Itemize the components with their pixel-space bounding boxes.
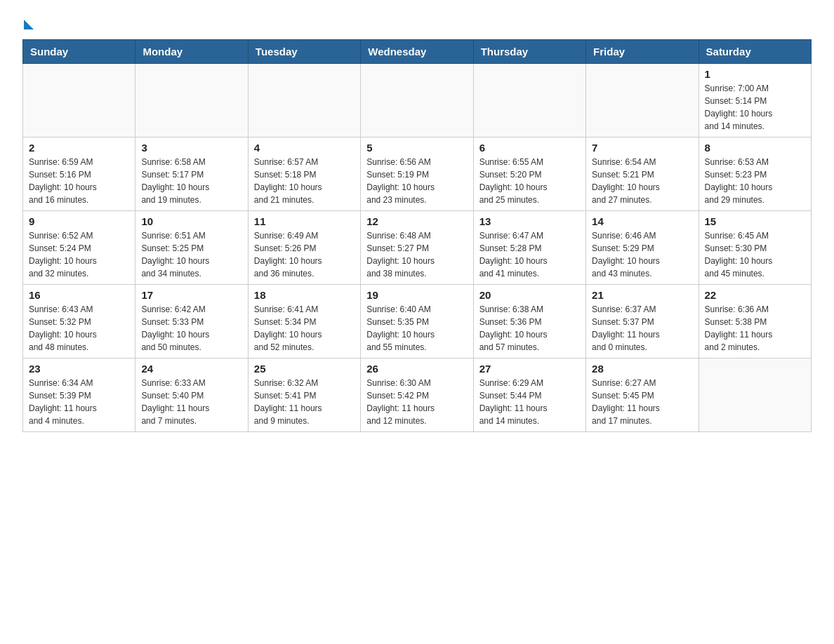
calendar-cell: 14Sunrise: 6:46 AMSunset: 5:29 PMDayligh… <box>586 211 699 285</box>
calendar-cell: 4Sunrise: 6:57 AMSunset: 5:18 PMDaylight… <box>248 137 360 211</box>
day-number: 27 <box>479 363 580 375</box>
day-info: Sunrise: 6:54 AMSunset: 5:21 PMDaylight:… <box>592 156 692 206</box>
page-header <box>22 17 812 28</box>
day-number: 16 <box>29 289 129 301</box>
calendar-cell <box>699 358 811 432</box>
day-number: 2 <box>29 142 129 154</box>
calendar-cell: 2Sunrise: 6:59 AMSunset: 5:16 PMDaylight… <box>23 137 135 211</box>
day-info: Sunrise: 6:32 AMSunset: 5:41 PMDaylight:… <box>254 377 355 427</box>
day-info: Sunrise: 6:42 AMSunset: 5:33 PMDaylight:… <box>141 303 241 354</box>
calendar-cell <box>248 64 360 137</box>
day-info: Sunrise: 6:34 AMSunset: 5:39 PMDaylight:… <box>29 377 129 427</box>
day-info: Sunrise: 6:38 AMSunset: 5:36 PMDaylight:… <box>479 303 580 354</box>
week-row-1: 1Sunrise: 7:00 AMSunset: 5:14 PMDaylight… <box>23 64 812 137</box>
day-number: 11 <box>254 215 355 227</box>
week-row-4: 16Sunrise: 6:43 AMSunset: 5:32 PMDayligh… <box>23 285 812 358</box>
calendar-cell <box>23 64 135 137</box>
day-number: 6 <box>479 142 580 154</box>
weekday-header-monday: Monday <box>135 40 248 64</box>
day-info: Sunrise: 6:49 AMSunset: 5:26 PMDaylight:… <box>254 229 355 280</box>
logo-arrow-icon <box>24 20 34 29</box>
day-number: 1 <box>705 68 805 80</box>
calendar-cell <box>135 64 248 137</box>
calendar-cell: 1Sunrise: 7:00 AMSunset: 5:14 PMDaylight… <box>699 64 811 137</box>
calendar-cell: 23Sunrise: 6:34 AMSunset: 5:39 PMDayligh… <box>23 358 135 432</box>
day-number: 25 <box>254 363 355 375</box>
day-number: 9 <box>29 215 129 227</box>
calendar-cell: 11Sunrise: 6:49 AMSunset: 5:26 PMDayligh… <box>248 211 360 285</box>
day-info: Sunrise: 6:27 AMSunset: 5:45 PMDaylight:… <box>592 377 692 427</box>
day-number: 4 <box>254 142 355 154</box>
calendar-cell: 12Sunrise: 6:48 AMSunset: 5:27 PMDayligh… <box>361 211 473 285</box>
day-number: 10 <box>141 215 241 227</box>
day-info: Sunrise: 6:45 AMSunset: 5:30 PMDaylight:… <box>705 229 805 280</box>
day-number: 18 <box>254 289 355 301</box>
day-info: Sunrise: 6:53 AMSunset: 5:23 PMDaylight:… <box>705 156 805 206</box>
calendar-cell: 20Sunrise: 6:38 AMSunset: 5:36 PMDayligh… <box>473 285 585 358</box>
calendar-table: SundayMondayTuesdayWednesdayThursdayFrid… <box>22 39 812 432</box>
calendar-cell: 9Sunrise: 6:52 AMSunset: 5:24 PMDaylight… <box>23 211 135 285</box>
day-info: Sunrise: 6:58 AMSunset: 5:17 PMDaylight:… <box>141 156 241 206</box>
calendar-cell <box>586 64 699 137</box>
weekday-header-friday: Friday <box>586 40 699 64</box>
calendar-cell: 21Sunrise: 6:37 AMSunset: 5:37 PMDayligh… <box>586 285 699 358</box>
calendar-cell: 26Sunrise: 6:30 AMSunset: 5:42 PMDayligh… <box>361 358 473 432</box>
calendar-cell: 3Sunrise: 6:58 AMSunset: 5:17 PMDaylight… <box>135 137 248 211</box>
calendar-cell: 13Sunrise: 6:47 AMSunset: 5:28 PMDayligh… <box>473 211 585 285</box>
day-info: Sunrise: 6:33 AMSunset: 5:40 PMDaylight:… <box>141 377 241 427</box>
calendar-cell: 28Sunrise: 6:27 AMSunset: 5:45 PMDayligh… <box>586 358 699 432</box>
day-info: Sunrise: 6:48 AMSunset: 5:27 PMDaylight:… <box>366 229 467 280</box>
day-number: 24 <box>141 363 241 375</box>
calendar-cell: 6Sunrise: 6:55 AMSunset: 5:20 PMDaylight… <box>473 137 585 211</box>
day-number: 5 <box>366 142 467 154</box>
day-number: 15 <box>705 215 805 227</box>
calendar-cell: 8Sunrise: 6:53 AMSunset: 5:23 PMDaylight… <box>699 137 811 211</box>
calendar-cell: 10Sunrise: 6:51 AMSunset: 5:25 PMDayligh… <box>135 211 248 285</box>
calendar-cell: 5Sunrise: 6:56 AMSunset: 5:19 PMDaylight… <box>361 137 473 211</box>
day-info: Sunrise: 6:51 AMSunset: 5:25 PMDaylight:… <box>141 229 241 280</box>
calendar-cell: 17Sunrise: 6:42 AMSunset: 5:33 PMDayligh… <box>135 285 248 358</box>
day-number: 20 <box>479 289 580 301</box>
weekday-header-sunday: Sunday <box>23 40 135 64</box>
calendar-cell <box>361 64 473 137</box>
day-number: 22 <box>705 289 805 301</box>
day-info: Sunrise: 6:47 AMSunset: 5:28 PMDaylight:… <box>479 229 580 280</box>
day-number: 21 <box>592 289 692 301</box>
calendar-cell: 27Sunrise: 6:29 AMSunset: 5:44 PMDayligh… <box>473 358 585 432</box>
day-info: Sunrise: 6:43 AMSunset: 5:32 PMDaylight:… <box>29 303 129 354</box>
calendar-cell <box>473 64 585 137</box>
day-info: Sunrise: 6:57 AMSunset: 5:18 PMDaylight:… <box>254 156 355 206</box>
day-info: Sunrise: 6:46 AMSunset: 5:29 PMDaylight:… <box>592 229 692 280</box>
day-info: Sunrise: 6:29 AMSunset: 5:44 PMDaylight:… <box>479 377 580 427</box>
day-info: Sunrise: 6:41 AMSunset: 5:34 PMDaylight:… <box>254 303 355 354</box>
logo <box>22 17 34 28</box>
week-row-5: 23Sunrise: 6:34 AMSunset: 5:39 PMDayligh… <box>23 358 812 432</box>
day-number: 8 <box>705 142 805 154</box>
calendar-cell: 19Sunrise: 6:40 AMSunset: 5:35 PMDayligh… <box>361 285 473 358</box>
day-info: Sunrise: 6:40 AMSunset: 5:35 PMDaylight:… <box>366 303 467 354</box>
calendar-cell: 25Sunrise: 6:32 AMSunset: 5:41 PMDayligh… <box>248 358 360 432</box>
day-number: 14 <box>592 215 692 227</box>
day-number: 7 <box>592 142 692 154</box>
weekday-header-tuesday: Tuesday <box>248 40 360 64</box>
weekday-header-thursday: Thursday <box>473 40 585 64</box>
day-number: 17 <box>141 289 241 301</box>
day-number: 19 <box>366 289 467 301</box>
weekday-header-row: SundayMondayTuesdayWednesdayThursdayFrid… <box>23 40 812 64</box>
day-info: Sunrise: 6:55 AMSunset: 5:20 PMDaylight:… <box>479 156 580 206</box>
day-number: 3 <box>141 142 241 154</box>
day-info: Sunrise: 6:37 AMSunset: 5:37 PMDaylight:… <box>592 303 692 354</box>
calendar-cell: 15Sunrise: 6:45 AMSunset: 5:30 PMDayligh… <box>699 211 811 285</box>
day-info: Sunrise: 7:00 AMSunset: 5:14 PMDaylight:… <box>705 82 805 133</box>
day-info: Sunrise: 6:36 AMSunset: 5:38 PMDaylight:… <box>705 303 805 354</box>
day-number: 13 <box>479 215 580 227</box>
day-number: 28 <box>592 363 692 375</box>
day-info: Sunrise: 6:56 AMSunset: 5:19 PMDaylight:… <box>366 156 467 206</box>
weekday-header-wednesday: Wednesday <box>361 40 473 64</box>
day-number: 26 <box>366 363 467 375</box>
day-number: 23 <box>29 363 129 375</box>
week-row-2: 2Sunrise: 6:59 AMSunset: 5:16 PMDaylight… <box>23 137 812 211</box>
calendar-cell: 22Sunrise: 6:36 AMSunset: 5:38 PMDayligh… <box>699 285 811 358</box>
day-info: Sunrise: 6:59 AMSunset: 5:16 PMDaylight:… <box>29 156 129 206</box>
day-info: Sunrise: 6:30 AMSunset: 5:42 PMDaylight:… <box>366 377 467 427</box>
